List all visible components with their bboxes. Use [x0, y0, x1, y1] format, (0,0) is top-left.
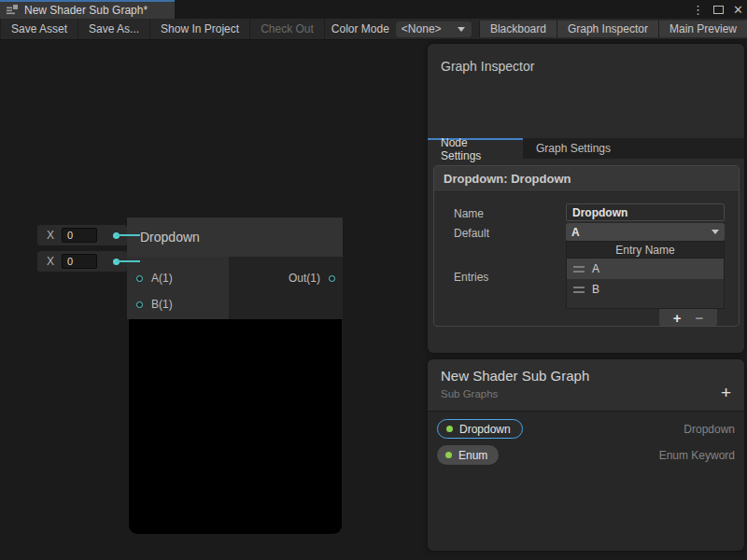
- blackboard-subtitle: Sub Graphs: [441, 388, 498, 399]
- add-entry-button[interactable]: +: [673, 311, 682, 325]
- output-port-row: Out(1): [229, 265, 343, 291]
- graph-inspector-panel: Graph Inspector Node Settings Graph Sett…: [428, 44, 744, 353]
- save-as-button[interactable]: Save As...: [78, 19, 150, 39]
- entries-column-header: Entry Name: [567, 242, 724, 259]
- graph-inspector-toggle-button[interactable]: Graph Inspector: [557, 21, 658, 37]
- remove-entry-button[interactable]: −: [695, 311, 703, 325]
- inspector-tab-bar: Node Settings Graph Settings: [428, 138, 744, 159]
- blackboard-toggle-button[interactable]: Blackboard: [479, 21, 557, 37]
- port-b-label: B(1): [151, 298, 173, 311]
- section-header: Dropdown: Dropdown: [434, 166, 739, 192]
- panel-title[interactable]: Graph Inspector: [428, 44, 744, 74]
- node-preview: [129, 319, 342, 534]
- edge-wire-a: [116, 234, 140, 236]
- port-out-icon[interactable]: [329, 275, 335, 282]
- input-b-value-field[interactable]: 0: [62, 254, 97, 269]
- shader-graph-window: New Shader Sub Graph* ⋮ ✕ Save Asset Sav…: [0, 0, 747, 560]
- input-port-row-a: A(1): [127, 265, 229, 291]
- entries-label: Entries: [454, 271, 488, 284]
- property-pill-enum[interactable]: Enum: [437, 445, 499, 465]
- default-label: Default: [454, 227, 489, 240]
- x-component-label: X: [47, 255, 54, 268]
- drag-handle-icon[interactable]: [573, 266, 585, 273]
- chevron-down-icon: [458, 27, 465, 32]
- main-preview-toggle-button[interactable]: Main Preview: [658, 21, 747, 37]
- property-name: Enum: [458, 449, 487, 462]
- blackboard-item-row: Dropdown Dropdown: [437, 418, 735, 440]
- property-type: Dropdown: [684, 423, 735, 436]
- property-pill-dropdown[interactable]: Dropdown: [437, 419, 523, 439]
- kebab-menu-icon[interactable]: ⋮: [692, 4, 704, 16]
- entries-list-footer: + −: [659, 309, 717, 327]
- input-a-default-widget: X 0: [37, 225, 127, 245]
- document-tab[interactable]: New Shader Sub Graph*: [0, 0, 175, 19]
- blackboard-item-row: Enum Enum Keyword: [437, 444, 735, 466]
- entries-list: Entry Name A B: [566, 241, 725, 309]
- tab-graph-settings[interactable]: Graph Settings: [523, 138, 624, 159]
- document-tab-title: New Shader Sub Graph*: [24, 4, 148, 17]
- node-input-ports: A(1) B(1): [127, 257, 229, 319]
- port-b-icon[interactable]: [136, 301, 143, 308]
- exposed-dot-icon: [445, 452, 452, 458]
- chevron-down-icon: [712, 230, 719, 234]
- entry-row[interactable]: B: [567, 279, 724, 300]
- property-name: Dropdown: [459, 423, 511, 436]
- blackboard-panel: New Shader Sub Graph Sub Graphs + Dropdo…: [428, 359, 744, 551]
- entry-name: A: [592, 262, 599, 275]
- input-port-row-b: B(1): [127, 291, 229, 317]
- dropdown-settings-section: Dropdown: Dropdown Name Dropdown Default…: [433, 165, 740, 327]
- name-label: Name: [454, 207, 484, 220]
- color-mode-value: <None>: [402, 22, 442, 35]
- node-body: A(1) B(1) Out(1): [127, 257, 343, 319]
- edge-wire-b: [116, 260, 140, 262]
- property-type: Enum Keyword: [659, 449, 735, 462]
- input-a-value-field[interactable]: 0: [62, 228, 97, 243]
- show-in-project-button[interactable]: Show In Project: [150, 19, 250, 39]
- entry-row[interactable]: A: [567, 259, 724, 279]
- dropdown-node[interactable]: Dropdown A(1) B(1) Out(1): [127, 217, 343, 534]
- drag-handle-icon[interactable]: [573, 287, 585, 293]
- title-bar: New Shader Sub Graph* ⋮ ✕: [0, 0, 747, 19]
- exposed-dot-icon: [446, 426, 453, 432]
- node-title[interactable]: Dropdown: [127, 217, 343, 257]
- tab-node-settings[interactable]: Node Settings: [428, 138, 523, 159]
- blackboard-title[interactable]: New Shader Sub Graph: [441, 368, 589, 384]
- port-a-label: A(1): [151, 272, 173, 285]
- x-component-label: X: [47, 229, 54, 242]
- blackboard-header: New Shader Sub Graph Sub Graphs +: [428, 359, 744, 412]
- maximize-icon[interactable]: [713, 6, 724, 14]
- port-a-icon[interactable]: [136, 275, 143, 282]
- window-controls: ⋮ ✕: [692, 0, 743, 19]
- add-property-button[interactable]: +: [721, 384, 731, 401]
- close-icon[interactable]: ✕: [733, 4, 743, 16]
- port-out-label: Out(1): [289, 272, 320, 285]
- node-output-ports: Out(1): [229, 257, 343, 319]
- color-mode-dropdown[interactable]: <None>: [396, 21, 472, 37]
- entry-name: B: [592, 283, 599, 296]
- default-dropdown[interactable]: A: [566, 223, 725, 241]
- name-field[interactable]: Dropdown: [566, 203, 725, 221]
- check-out-button: Check Out: [250, 19, 325, 39]
- save-asset-button[interactable]: Save Asset: [0, 19, 78, 39]
- toolbar: Save Asset Save As... Show In Project Ch…: [0, 19, 747, 40]
- input-b-default-widget: X 0: [37, 251, 127, 272]
- color-mode-label: Color Mode: [325, 19, 396, 39]
- shader-sub-graph-icon: [7, 5, 19, 16]
- default-value: A: [571, 226, 580, 239]
